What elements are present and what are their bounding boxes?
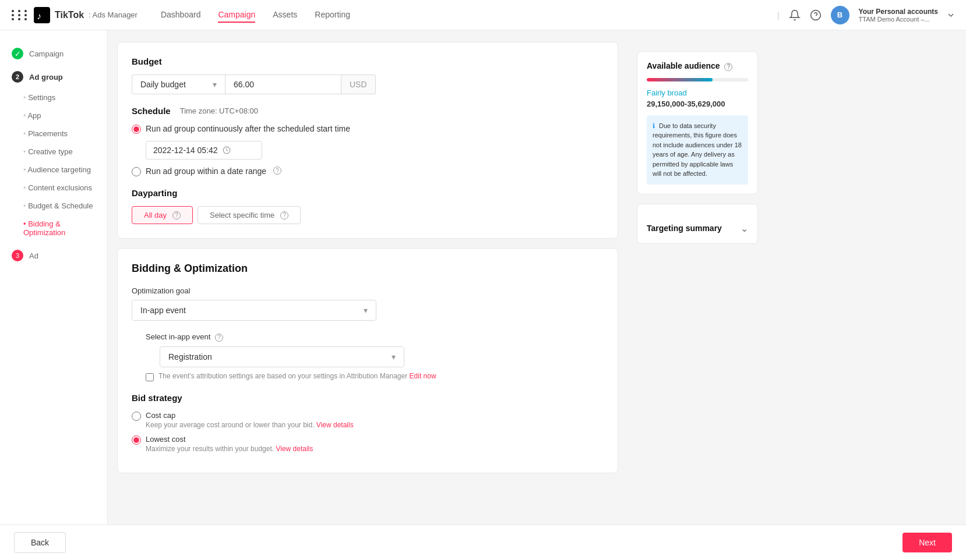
nav-reporting[interactable]: Reporting [315,8,350,23]
datetime-input[interactable]: 2022-12-14 05:42 [146,141,262,160]
audience-bar [647,78,748,81]
sidebar-sub-settings[interactable]: Settings [0,88,107,107]
targeting-summary-panel: Targeting summary ⌄ [637,204,758,244]
bell-icon[interactable] [789,9,801,21]
targeting-summary-title: Targeting summary [647,224,722,233]
schedule-daterange-radio[interactable] [132,167,141,176]
bid-strategy-section: Bid strategy Cost cap Keep your average … [132,393,604,453]
sidebar-sub-placements[interactable]: Placements [0,125,107,143]
lowest-cost-link[interactable]: View details [276,445,313,453]
audience-status: Fairly broad [647,88,748,97]
schedule-daterange-label: Run ad group within a date range [146,166,266,176]
avatar: B [831,6,849,24]
schedule-daterange-help-icon[interactable]: ? [273,166,281,175]
optimization-goal-label: Optimization goal [132,286,604,295]
nav-links: Dashboard Campaign Assets Reporting [161,8,777,23]
main-layout: ✓ Campaign 2 Ad group Settings App Place… [0,30,966,560]
bidding-card: Bidding & Optimization Optimization goal… [117,248,618,473]
schedule-continuous-radio[interactable] [132,125,141,134]
audience-range: 29,150,000-35,629,000 [647,100,748,108]
lowest-cost-label: Lowest cost [146,435,313,444]
audience-panel: Available audience ? Fairly broad 29,150… [637,51,758,194]
sidebar-sub-app[interactable]: App [0,107,107,125]
logo-text: TikTok [55,10,84,20]
sidebar-ad-label: Ad [29,251,38,260]
nav-right: | B Your Personal accounts TTAM Demo Acc… [777,6,954,24]
step-check-campaign: ✓ [12,48,23,59]
attribution-checkbox[interactable] [146,373,154,381]
logo-sub: : Ads Manager [89,10,138,19]
sidebar-sub-budget-schedule[interactable]: Budget & Schedule [0,197,107,215]
sidebar-sub-creative-type[interactable]: Creative type [0,143,107,161]
daypart-specific-btn[interactable]: Select specific time ? [198,206,301,224]
schedule-continuous-option: Run ad group continuously after the sche… [132,124,604,134]
optimization-goal-section: Optimization goal In-app event ▾ [132,286,604,321]
nav-campaign[interactable]: Campaign [218,8,255,23]
sidebar-item-campaign[interactable]: ✓ Campaign [0,42,107,65]
schedule-title: Schedule [132,106,171,116]
logo: ♪ TikTok : Ads Manager [34,7,138,23]
cost-cap-label: Cost cap [146,411,354,420]
timezone-label: Time zone: UTC+08:00 [180,107,258,115]
cost-cap-link[interactable]: View details [316,421,354,429]
step-badge-adgroup: 2 [12,71,23,83]
schedule-section: Schedule Time zone: UTC+08:00 Run ad gro… [132,106,604,176]
bidding-card-title: Bidding & Optimization [132,263,604,275]
info-icon: ℹ [653,122,655,129]
daypart-allday-help-icon[interactable]: ? [172,211,181,219]
sidebar-sub-bidding[interactable]: Bidding & Optimization [0,215,107,242]
apps-grid-icon[interactable] [12,10,29,20]
chevron-down-icon[interactable] [947,12,954,19]
budget-title: Budget [132,56,604,66]
budget-type-select[interactable]: Daily budget ▾ [132,75,225,94]
sidebar-adgroup-label: Ad group [29,73,63,81]
budget-amount-field[interactable]: 66.00 [225,75,341,94]
main-wrapper: Budget Daily budget ▾ 66.00 USD [108,30,966,560]
audience-title: Available audience ? [647,61,748,71]
budget-schedule-card: Budget Daily budget ▾ 66.00 USD [117,42,618,239]
budget-row: Daily budget ▾ 66.00 USD [132,75,604,94]
sidebar-sub-content-exclusions[interactable]: Content exclusions [0,179,107,197]
in-app-event-help-icon[interactable]: ? [215,334,223,342]
sidebar-sub-audience-targeting[interactable]: Audience targeting [0,161,107,179]
sidebar-campaign-label: Campaign [29,49,64,58]
audience-bar-fill [647,78,713,81]
in-app-event-label: Select in-app event ? [146,332,604,342]
optimization-goal-wrap: In-app event ▾ [132,300,376,321]
lowest-cost-option: Lowest cost Maximize your results within… [132,435,604,453]
footer: Back Next [0,524,966,560]
sidebar-item-adgroup[interactable]: 2 Ad group [0,65,107,88]
cost-cap-desc: Keep your average cost around or lower t… [146,421,354,429]
schedule-continuous-label: Run ad group continuously after the sche… [146,124,350,133]
next-button[interactable]: Next [902,533,952,552]
clock-icon [223,146,231,154]
daypart-allday-btn[interactable]: All day ? [132,206,193,224]
tiktok-logo-icon: ♪ [34,7,50,23]
lowest-cost-radio[interactable] [132,435,141,445]
sidebar: ✓ Campaign 2 Ad group Settings App Place… [0,30,108,560]
targeting-summary-chevron-icon: ⌄ [741,223,748,234]
back-button[interactable]: Back [14,532,66,553]
cost-cap-option: Cost cap Keep your average cost around o… [132,411,604,429]
in-app-event-section: Select in-app event ? Registration ▾ The… [146,332,604,381]
right-panel: Available audience ? Fairly broad 29,150… [627,42,767,483]
registration-select[interactable]: Registration ▾ [160,346,404,367]
targeting-summary-header[interactable]: Targeting summary ⌄ [647,223,748,234]
nav-assets[interactable]: Assets [273,8,297,23]
audience-info-box: ℹ Due to data security requirements, thi… [647,115,748,185]
help-icon[interactable] [810,9,822,21]
sidebar-item-ad[interactable]: 3 Ad [0,244,107,267]
daypart-specific-help-icon[interactable]: ? [280,211,288,219]
attribution-row: The event's attribution settings are bas… [146,372,604,381]
audience-help-icon[interactable]: ? [724,63,732,71]
attribution-edit-link[interactable]: Edit now [410,372,436,380]
optimization-goal-select[interactable]: In-app event ▾ [132,300,376,321]
step-badge-ad: 3 [12,250,23,261]
budget-currency: USD [341,75,376,94]
cost-cap-radio[interactable] [132,412,141,421]
lowest-cost-desc: Maximize your results within your budget… [146,445,313,453]
user-info: Your Personal accounts TTAM Demo Account… [859,8,938,23]
bid-strategy-title: Bid strategy [132,393,604,403]
nav-dashboard[interactable]: Dashboard [161,8,201,23]
schedule-daterange-option: Run ad group within a date range ? [132,166,604,176]
